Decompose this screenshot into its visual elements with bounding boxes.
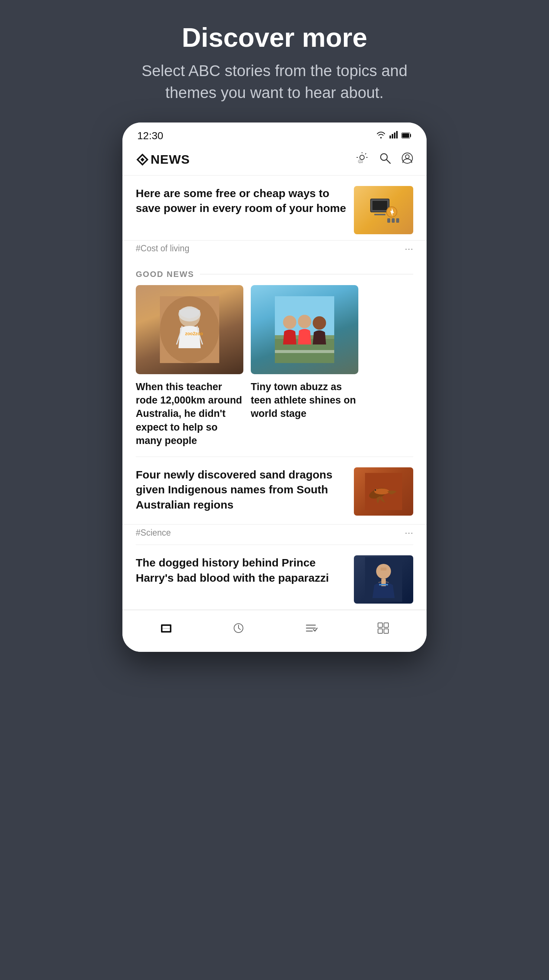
svg-rect-58	[378, 629, 382, 633]
svg-point-40	[374, 489, 378, 493]
abc-logo[interactable]: NEWS	[136, 152, 190, 167]
svg-rect-46	[381, 568, 387, 571]
bottom-nav-following[interactable]	[297, 619, 325, 641]
news-item-sand-dragons[interactable]: Four newly discovered sand dragons given…	[122, 457, 427, 525]
svg-rect-18	[373, 201, 387, 210]
svg-text:zoo2zoo: zoo2zoo	[185, 331, 203, 336]
news-item-title-power: Here are some free or cheap ways to save…	[136, 186, 346, 216]
news-item-power-saving[interactable]: Here are some free or cheap ways to save…	[122, 176, 427, 240]
svg-rect-5	[402, 133, 409, 138]
news-item-text-power: Here are some free or cheap ways to save…	[136, 186, 346, 222]
svg-rect-59	[384, 629, 389, 633]
good-news-label-text: GOOD NEWS	[136, 269, 194, 279]
svg-point-33	[283, 315, 297, 329]
watch-icon	[232, 621, 245, 638]
svg-rect-1	[392, 134, 393, 138]
svg-rect-3	[396, 131, 398, 138]
svg-point-34	[298, 315, 311, 328]
header-icons	[355, 152, 413, 167]
news-item-tag-sand: #Science	[136, 528, 171, 538]
news-item-prince-inner: The dogged history behind Prince Harry's…	[136, 555, 413, 604]
news-item-tag-power: #Cost of living	[136, 243, 189, 253]
svg-point-41	[374, 489, 376, 491]
profile-icon[interactable]	[401, 152, 413, 167]
news-item-text-prince: The dogged history behind Prince Harry's…	[136, 555, 346, 591]
status-icons	[376, 131, 412, 141]
svg-rect-49	[162, 628, 170, 629]
app-header: NEWS	[122, 145, 427, 176]
bottom-nav-watch[interactable]	[224, 619, 252, 641]
svg-line-14	[387, 160, 390, 163]
cyclist-image: zoo2zoo	[136, 285, 243, 374]
good-news-card-athlete[interactable]: Tiny town abuzz as teen athlete shines o…	[251, 285, 359, 448]
news-item-title-prince: The dogged history behind Prince Harry's…	[136, 555, 346, 585]
news-item-sand-inner: Four newly discovered sand dragons given…	[136, 467, 413, 519]
svg-rect-23	[396, 218, 399, 223]
news-item-meta-power: #Cost of living ···	[122, 240, 427, 261]
svg-rect-19	[374, 214, 386, 215]
news-item-thumbnail-prince	[354, 555, 413, 604]
svg-rect-45	[379, 584, 388, 585]
svg-rect-0	[389, 135, 391, 138]
svg-rect-22	[392, 218, 395, 223]
bottom-nav	[122, 610, 427, 652]
wifi-icon	[376, 131, 386, 141]
good-news-section-label: GOOD NEWS	[122, 261, 427, 285]
status-bar: 12:30	[122, 123, 427, 145]
svg-point-35	[313, 316, 326, 329]
news-item-thumbnail-sand	[354, 467, 413, 515]
svg-rect-2	[394, 132, 395, 138]
following-icon	[304, 621, 317, 638]
svg-rect-36	[275, 350, 334, 353]
bottom-nav-home[interactable]	[152, 619, 180, 641]
news-content: Here are some free or cheap ways to save…	[122, 176, 427, 610]
more-icon	[376, 621, 390, 638]
news-item-meta-sand: #Science ···	[122, 525, 427, 544]
good-news-card-cyclist[interactable]: zoo2zoo When this teacher rode 12,000km …	[136, 285, 243, 448]
athlete-image	[251, 285, 359, 374]
svg-point-43	[376, 564, 391, 579]
bottom-nav-more[interactable]	[369, 619, 397, 641]
news-item-title-sand: Four newly discovered sand dragons given…	[136, 467, 346, 513]
home-icon	[160, 621, 173, 638]
news-item-thumbnail-power	[354, 186, 413, 234]
search-icon[interactable]	[379, 152, 391, 167]
good-news-image-cyclist: zoo2zoo	[136, 285, 243, 374]
battery-icon	[401, 131, 412, 141]
abc-diamond-icon	[136, 153, 149, 166]
abc-news-logo-text: NEWS	[151, 152, 190, 167]
good-news-image-athlete	[251, 285, 359, 374]
signal-icon	[389, 131, 398, 141]
good-news-divider	[200, 274, 413, 274]
news-item-text-sand: Four newly discovered sand dragons given…	[136, 467, 346, 519]
svg-point-6	[360, 155, 364, 160]
weather-icon[interactable]	[355, 152, 369, 167]
svg-rect-56	[378, 623, 382, 627]
page-subtitle: Select ABC stories from the topics and t…	[117, 60, 432, 104]
phone-frame: 12:30	[122, 123, 427, 652]
news-item-prince-harry[interactable]: The dogged history behind Prince Harry's…	[122, 545, 427, 610]
svg-line-11	[365, 153, 366, 154]
good-news-horizontal-scroll: zoo2zoo When this teacher rode 12,000km …	[122, 285, 427, 457]
page-header: Discover more Select ABC stories from th…	[117, 22, 432, 104]
svg-point-16	[405, 155, 409, 159]
page-title: Discover more	[117, 22, 432, 53]
svg-rect-57	[384, 623, 389, 627]
news-item-more-sand[interactable]: ···	[405, 527, 413, 539]
svg-rect-21	[387, 218, 390, 223]
status-time: 12:30	[137, 130, 163, 142]
news-item-more-power[interactable]: ···	[405, 243, 413, 255]
good-news-title-cyclist: When this teacher rode 12,000km around A…	[136, 380, 243, 448]
svg-line-52	[238, 628, 240, 630]
good-news-title-athlete: Tiny town abuzz as teen athlete shines o…	[251, 380, 359, 421]
